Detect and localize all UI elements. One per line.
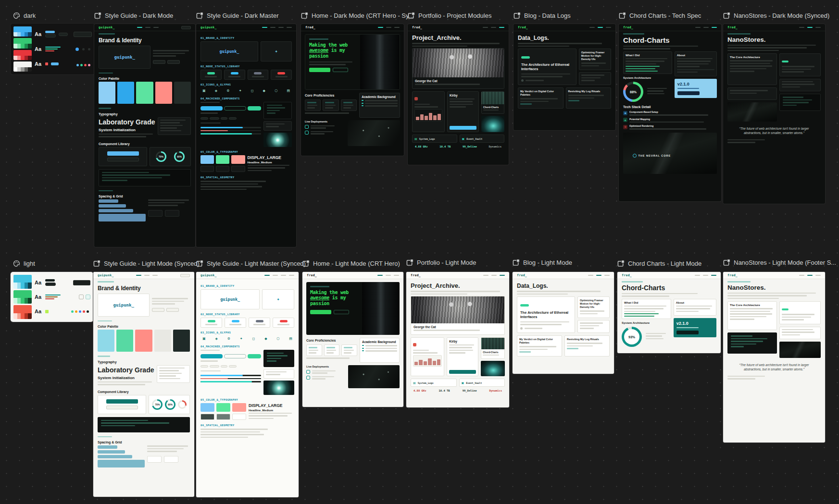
- about-card[interactable]: About: [675, 51, 717, 77]
- frame-label-blog-light[interactable]: Blog - Light Mode: [513, 258, 572, 267]
- frame-home-dark[interactable]: fred_ Making the web awesome is my passi…: [301, 24, 404, 156]
- featured-article-title[interactable]: The Architecture of Ethereal Interfaces: [520, 310, 572, 320]
- what-i-did-card[interactable]: What I Did: [622, 299, 671, 320]
- site-logo[interactable]: fred_: [622, 273, 632, 277]
- site-navbar[interactable]: fred_: [513, 24, 615, 31]
- execute-primary-button[interactable]: [200, 106, 223, 111]
- site-navbar[interactable]: guipunk_: [93, 272, 194, 279]
- kirby-cta-button[interactable]: [450, 126, 476, 130]
- george-project-card[interactable]: George the Cat: [412, 48, 504, 89]
- site-navbar[interactable]: fred_: [619, 24, 721, 31]
- note-card[interactable]: [779, 53, 821, 76]
- tag-chip[interactable]: [221, 117, 227, 120]
- frame-style-guide-dark-master[interactable]: guipunk_ 01_BRAND_&_IDENTITY guipunk_ ✦ …: [196, 24, 296, 247]
- note-card[interactable]: [779, 327, 821, 340]
- what-i-did-card[interactable]: What I Did: [623, 51, 672, 74]
- version-card[interactable]: v2.1.0: [675, 79, 717, 98]
- tag-chip[interactable]: [229, 117, 237, 120]
- confirm-button[interactable]: [248, 354, 261, 358]
- side-article-card[interactable]: Optimizing Framer Motion for High-Densit…: [577, 296, 610, 318]
- frame-style-guide-light[interactable]: guipunk_ Brand & Identity guipunk_ Color…: [93, 272, 194, 497]
- nav-links[interactable]: [483, 27, 504, 28]
- nav-cta-button[interactable]: [181, 26, 191, 29]
- nav-cta-button[interactable]: [180, 274, 190, 277]
- detail-card[interactable]: [727, 87, 777, 100]
- tag-chip[interactable]: [229, 365, 237, 368]
- frame-blog-dark[interactable]: fred_ Data_Logs. The Architecture of Eth…: [513, 24, 615, 130]
- site-navbar[interactable]: fred_: [617, 272, 721, 279]
- outline-chip[interactable]: [59, 33, 68, 36]
- nav-links[interactable]: [799, 275, 821, 276]
- section-label-light[interactable]: light: [13, 259, 35, 268]
- confirm-button[interactable]: [248, 106, 261, 111]
- proficiency-card[interactable]: [305, 99, 321, 111]
- brand-button[interactable]: [166, 308, 179, 312]
- side-article-title[interactable]: Optimizing Framer Motion for High-Densit…: [581, 51, 609, 61]
- site-logo[interactable]: fred_: [307, 273, 317, 277]
- frame-label-sgm-light[interactable]: Style Guide - Light Master (Synced): [196, 259, 306, 268]
- brand-button[interactable]: [152, 308, 164, 312]
- site-navbar[interactable]: guipunk_: [196, 272, 299, 279]
- tag-chip[interactable]: [200, 365, 208, 368]
- site-navbar[interactable]: guipunk_: [94, 24, 195, 31]
- site-logo[interactable]: guipunk_: [200, 25, 217, 29]
- nav-links[interactable]: [483, 275, 505, 276]
- frame-label-portfolio-light[interactable]: Portfolio - Light Mode: [406, 258, 476, 267]
- outline-square-icon[interactable]: [79, 295, 84, 299]
- frame-label-chord-dark[interactable]: Chord Charts - Tech Spec: [619, 12, 701, 20]
- frame-label-sgm-dark[interactable]: Style Guide - Dark Master: [196, 12, 279, 20]
- frame-chord-light[interactable]: fred_ Chord-Charts What I Did System Arc…: [617, 272, 721, 353]
- lime-square-chip[interactable]: [45, 310, 49, 313]
- academic-background-card[interactable]: Academic Background: [359, 93, 400, 118]
- site-logo[interactable]: guipunk_: [98, 273, 114, 277]
- hero-primary-button[interactable]: [310, 310, 331, 314]
- article-card[interactable]: Revisiting My Log Rituals: [564, 335, 610, 356]
- frame-home-light[interactable]: fred_ Making the web awesome is my passi…: [302, 272, 403, 407]
- site-logo[interactable]: fred_: [518, 25, 528, 29]
- core-architecture-card[interactable]: The Core Architecture: [727, 301, 777, 330]
- frame-label-chord-light[interactable]: Chord Charts - Light Mode: [617, 259, 701, 268]
- nav-links[interactable]: [262, 27, 292, 28]
- side-article-card[interactable]: Optimizing Framer Motion for High-Densit…: [579, 49, 611, 70]
- kirby-project-card[interactable]: Kirby: [447, 91, 479, 133]
- george-project-card[interactable]: George the Cat: [411, 296, 505, 335]
- note-card[interactable]: [779, 301, 821, 324]
- blue-button[interactable]: [51, 62, 59, 65]
- nav-links[interactable]: [264, 275, 294, 276]
- site-navbar[interactable]: fred_: [301, 24, 404, 31]
- frame-chord-dark[interactable]: fred_ Chord-Charts What I Did System Arc…: [619, 24, 721, 201]
- stack-row[interactable]: ◈ Potential Mapping: [623, 118, 717, 123]
- read-link-placeholder[interactable]: [519, 351, 531, 353]
- nav-links[interactable]: [589, 27, 611, 28]
- chord-charts-card[interactable]: Chord-Charts: [481, 337, 505, 359]
- download-button[interactable]: [677, 91, 700, 95]
- frame-label-portfolio-dark[interactable]: Portfolio - Project Modules: [408, 12, 491, 20]
- teal-square-icon[interactable]: [86, 295, 90, 299]
- site-navbar[interactable]: fred_: [406, 272, 509, 279]
- brand-button[interactable]: [167, 60, 180, 64]
- article-title[interactable]: Revisiting My Log Rituals: [567, 338, 607, 341]
- nav-links[interactable]: [377, 275, 399, 276]
- tag-chip[interactable]: [221, 365, 227, 368]
- primary-button-demo[interactable]: [107, 151, 139, 156]
- wide-button[interactable]: [73, 280, 90, 285]
- site-logo[interactable]: guipunk_: [99, 25, 115, 29]
- hero-secondary-button[interactable]: [334, 310, 349, 314]
- red-square-chip[interactable]: [45, 62, 48, 65]
- event-vault-card[interactable]: ▣Event_Vault: [459, 379, 505, 387]
- site-logo[interactable]: fred_: [305, 25, 315, 29]
- nav-links[interactable]: [378, 27, 400, 28]
- read-link-placeholder[interactable]: [567, 348, 578, 349]
- kirby-cta-button[interactable]: [449, 370, 476, 374]
- proficiency-card[interactable]: [324, 344, 340, 356]
- stack-row[interactable]: ▣ Component-Based Setup: [623, 111, 717, 116]
- hero-secondary-button[interactable]: [333, 68, 348, 72]
- execute-primary-button[interactable]: [200, 354, 223, 358]
- download-button[interactable]: [676, 331, 699, 334]
- article-card[interactable]: Revisiting My Log Rituals: [566, 87, 612, 109]
- frame-label-sg-dark[interactable]: Style Guide - Dark Mode: [94, 12, 173, 20]
- site-navbar[interactable]: fred_: [723, 24, 825, 31]
- read-link-placeholder[interactable]: [520, 103, 532, 105]
- secondary-action-button[interactable]: [224, 354, 246, 358]
- featured-article-card[interactable]: The Architecture of Ethereal Interfaces: [517, 296, 575, 333]
